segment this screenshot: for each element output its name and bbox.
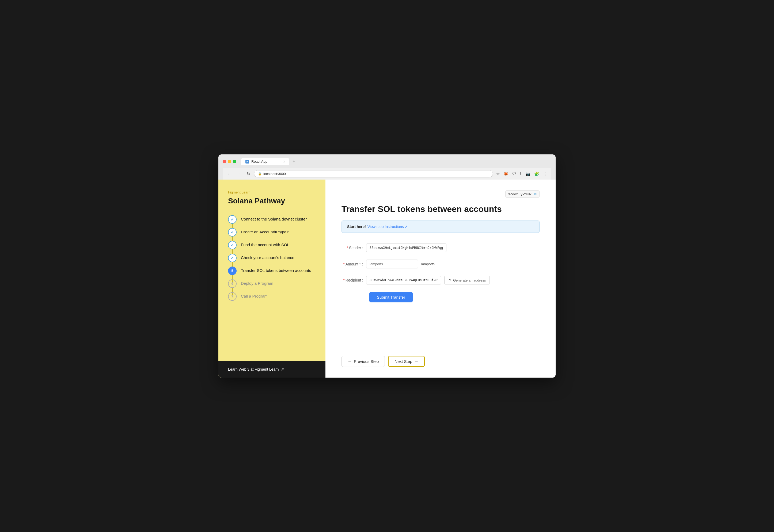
menu-icon[interactable]: ⋮ bbox=[542, 171, 548, 177]
main-content: 3Zdox...yPdHP ⧉ Transfer SOL tokens betw… bbox=[325, 180, 556, 378]
nav-buttons: ← Previous Step Next Step → bbox=[342, 351, 540, 367]
sidebar-steps: ✓ Connect to the Solana devnet cluster ✓… bbox=[228, 215, 316, 301]
step-label-7: Call a Program bbox=[241, 292, 268, 299]
back-button[interactable]: ← bbox=[226, 171, 233, 177]
step-item-3: ✓ Fund the account with SOL bbox=[228, 241, 316, 249]
app-container: Figment Learn Solana Pathway ✓ Connect t… bbox=[218, 180, 556, 378]
form-section: * Sender: * Amount ?: lamports bbox=[342, 244, 540, 302]
step-label-3: Fund the account with SOL bbox=[241, 241, 289, 248]
sidebar-footer: Learn Web 3 at Figment Learn ↗ bbox=[218, 361, 325, 378]
checkmark-icon-2: ✓ bbox=[231, 230, 234, 234]
step-item-6[interactable]: 6 Deploy a Program bbox=[228, 279, 316, 288]
step-icon-6: 6 bbox=[228, 279, 237, 288]
step-item-7[interactable]: 7 Call a Program bbox=[228, 292, 316, 301]
traffic-lights bbox=[223, 160, 236, 163]
recipient-input[interactable] bbox=[366, 276, 441, 284]
amount-label: * Amount ?: bbox=[342, 262, 363, 266]
step-label-2: Create an Account/Keypair bbox=[241, 228, 289, 235]
browser-window: R React App × + ← → ↻ 🔒 localhost:3000 ☆… bbox=[218, 154, 556, 378]
url-text: localhost:3000 bbox=[263, 172, 286, 176]
recipient-label: * Recipient: bbox=[342, 278, 363, 282]
external-link-icon: ↗ bbox=[280, 367, 284, 372]
previous-step-button[interactable]: ← Previous Step bbox=[342, 356, 385, 367]
checkmark-icon-4: ✓ bbox=[231, 256, 234, 260]
step-label-1: Connect to the Solana devnet cluster bbox=[241, 215, 307, 222]
refresh-icon: ↻ bbox=[448, 278, 451, 282]
next-step-label: Next Step bbox=[394, 359, 412, 364]
sidebar-brand: Figment Learn bbox=[228, 190, 316, 194]
info-banner: Start here! View step Instructions ↗ bbox=[342, 221, 540, 233]
tab-close-icon[interactable]: × bbox=[283, 160, 285, 164]
step-label-4: Check your account's balance bbox=[241, 254, 294, 260]
step-item-4: ✓ Check your account's balance bbox=[228, 254, 316, 262]
step-item-5[interactable]: 5 Transfer SOL tokens between accounts bbox=[228, 267, 316, 275]
prev-arrow-icon: ← bbox=[348, 359, 352, 364]
step-icon-7: 7 bbox=[228, 292, 237, 301]
sender-label: * Sender: bbox=[342, 246, 363, 250]
account-chip: 3Zdox...yPdHP ⧉ bbox=[505, 190, 540, 198]
page-title: Transfer SOL tokens between accounts bbox=[342, 204, 540, 214]
sender-row: * Sender: bbox=[342, 244, 540, 252]
lamports-label: lamports bbox=[421, 262, 435, 266]
account-address: 3Zdox...yPdHP bbox=[508, 192, 532, 196]
submit-row: Submit Transfer bbox=[342, 292, 540, 302]
next-arrow-icon: → bbox=[414, 359, 418, 364]
tab-bar: R React App × + bbox=[241, 158, 298, 165]
amount-help-icon[interactable]: ? bbox=[359, 262, 361, 266]
star-icon[interactable]: ☆ bbox=[495, 171, 501, 177]
address-bar[interactable]: 🔒 localhost:3000 bbox=[254, 170, 493, 177]
step-label-5: Transfer SOL tokens between accounts bbox=[241, 267, 311, 273]
step-item-2: ✓ Create an Account/Keypair bbox=[228, 228, 316, 237]
amount-input[interactable] bbox=[366, 260, 418, 268]
sidebar-content: Figment Learn Solana Pathway ✓ Connect t… bbox=[218, 180, 325, 361]
external-icon: ↗ bbox=[405, 225, 408, 229]
new-tab-button[interactable]: + bbox=[290, 158, 298, 165]
browser-tab[interactable]: R React App × bbox=[241, 158, 289, 165]
next-step-button[interactable]: Next Step → bbox=[388, 356, 425, 367]
recipient-row: * Recipient: ↻ Generate an address bbox=[342, 276, 540, 284]
puzzle-icon[interactable]: 🧩 bbox=[533, 171, 540, 177]
maximize-button[interactable] bbox=[233, 160, 236, 163]
tab-favicon: R bbox=[245, 160, 249, 164]
info-icon[interactable]: ℹ bbox=[519, 171, 523, 177]
figment-learn-link[interactable]: Learn Web 3 at Figment Learn ↗ bbox=[228, 367, 284, 372]
prev-step-label: Previous Step bbox=[354, 359, 379, 364]
extensions-icon[interactable]: 🦊 bbox=[502, 171, 510, 177]
recipient-required: * bbox=[343, 278, 344, 282]
view-instructions-text: View step Instructions bbox=[367, 225, 404, 229]
submit-transfer-button[interactable]: Submit Transfer bbox=[369, 292, 413, 302]
checkmark-icon-3: ✓ bbox=[231, 243, 234, 247]
step-icon-1: ✓ bbox=[228, 215, 237, 224]
amount-row: * Amount ?: lamports bbox=[342, 260, 540, 268]
refresh-button[interactable]: ↻ bbox=[245, 171, 252, 177]
sidebar-title: Solana Pathway bbox=[228, 196, 316, 206]
copy-icon[interactable]: ⧉ bbox=[534, 192, 537, 196]
toolbar-icons: ☆ 🦊 🛡 ℹ 📷 🧩 ⋮ bbox=[495, 171, 548, 177]
step-icon-2: ✓ bbox=[228, 228, 237, 237]
generate-address-button[interactable]: ↻ Generate an address bbox=[444, 276, 490, 284]
step-label-6: Deploy a Program bbox=[241, 279, 273, 286]
footer-link-text: Learn Web 3 at Figment Learn bbox=[228, 367, 279, 371]
sender-input[interactable] bbox=[366, 244, 446, 252]
start-label: Start here! bbox=[347, 225, 366, 229]
browser-titlebar: R React App × + ← → ↻ 🔒 localhost:3000 ☆… bbox=[218, 154, 556, 180]
forward-button[interactable]: → bbox=[236, 171, 243, 177]
sender-required: * bbox=[347, 246, 348, 250]
tab-title: React App bbox=[251, 159, 267, 164]
step-icon-4: ✓ bbox=[228, 254, 237, 262]
browser-controls: R React App × + bbox=[223, 158, 551, 165]
top-bar: 3Zdox...yPdHP ⧉ bbox=[342, 190, 540, 198]
checkmark-icon-1: ✓ bbox=[231, 217, 234, 222]
view-instructions-link[interactable]: View step Instructions ↗ bbox=[367, 225, 408, 229]
generate-btn-label: Generate an address bbox=[453, 278, 486, 282]
lock-icon: 🔒 bbox=[258, 172, 262, 176]
minimize-button[interactable] bbox=[228, 160, 231, 163]
amount-required: * bbox=[343, 262, 344, 266]
shield-icon[interactable]: 🛡 bbox=[511, 171, 517, 177]
step-icon-3: ✓ bbox=[228, 241, 237, 249]
step-icon-5: 5 bbox=[228, 267, 237, 275]
close-button[interactable] bbox=[223, 160, 226, 163]
sidebar: Figment Learn Solana Pathway ✓ Connect t… bbox=[218, 180, 325, 378]
browser-toolbar: ← → ↻ 🔒 localhost:3000 ☆ 🦊 🛡 ℹ 📷 🧩 ⋮ bbox=[223, 168, 551, 180]
camera-icon[interactable]: 📷 bbox=[524, 171, 532, 177]
